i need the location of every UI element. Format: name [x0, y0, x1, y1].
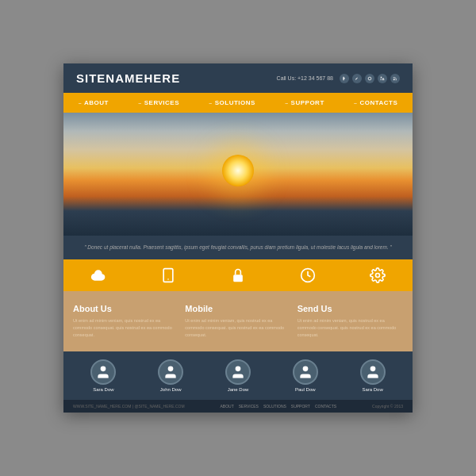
- member-name-2: Jane Dow: [228, 387, 249, 392]
- member-name-3: Paul Dow: [295, 387, 316, 392]
- mobile-block: Mobile Ut enim ad minim veniam, quis nos…: [185, 304, 290, 338]
- svg-point-13: [236, 366, 241, 371]
- footer-urls: WWW.SITE_NAME_HERE.COM | @SITE_NAME_HERE…: [73, 404, 185, 409]
- footer-nav-support[interactable]: SUPPORT: [291, 404, 310, 409]
- footer: WWW.SITE_NAME_HERE.COM | @SITE_NAME_HERE…: [63, 400, 413, 413]
- nav-item-contacts[interactable]: CONTACTS: [354, 99, 397, 106]
- svg-point-12: [168, 366, 174, 371]
- nav-item-solutions[interactable]: SOLUTIONS: [209, 99, 255, 106]
- svg-point-11: [101, 366, 106, 371]
- member-name-4: Sara Dow: [362, 387, 382, 392]
- nav: ABOUT SERVICES SOLUTIONS SUPPORT CONTACT…: [63, 93, 413, 113]
- about-us-title: About Us: [73, 304, 178, 313]
- svg-rect-8: [233, 274, 243, 282]
- footer-nav-solutions[interactable]: SOLUTIONS: [263, 404, 286, 409]
- team-member-0: Sara Dow: [90, 359, 116, 392]
- avatar-3: [293, 359, 318, 385]
- footer-nav: ABOUT SERVICES SOLUTIONS SUPPORT CONTACT…: [221, 404, 337, 409]
- nav-item-about[interactable]: ABOUT: [79, 99, 109, 106]
- svg-rect-1: [344, 78, 345, 79]
- call-us: Call Us: +12 34 567 88: [277, 75, 333, 81]
- social-icons: [340, 74, 400, 83]
- team-member-3: Paul Dow: [293, 359, 318, 392]
- nav-item-services[interactable]: SERVICES: [138, 99, 179, 106]
- footer-nav-services[interactable]: SERVICES: [239, 404, 259, 409]
- svg-rect-4: [381, 79, 382, 80]
- gear-icon: [370, 267, 386, 283]
- avatar-0: [90, 359, 116, 385]
- footer-nav-about[interactable]: ABOUT: [221, 404, 234, 409]
- member-name-1: John Dow: [160, 387, 182, 392]
- quote-text: " Donec ut placerat nulla. Praesent sagi…: [79, 244, 397, 251]
- team-member-4: Sara Dow: [360, 359, 386, 392]
- hero-image: [63, 113, 413, 236]
- linkedin-icon[interactable]: [378, 74, 387, 83]
- hero-sun: [222, 155, 254, 186]
- quote-section: " Donec ut placerat nulla. Praesent sagi…: [63, 236, 413, 259]
- about-us-text: Ut enim ad minim veniam, quis nostrud ex…: [73, 317, 178, 338]
- svg-point-10: [376, 274, 380, 278]
- mobile-text: Ut enim ad minim veniam, quis nostrud ex…: [185, 317, 290, 338]
- header: SITENAMEHERE Call Us: +12 34 567 88: [63, 63, 413, 93]
- cloud-icon: [90, 267, 106, 283]
- svg-point-14: [302, 366, 308, 371]
- nav-item-support[interactable]: SUPPORT: [285, 99, 324, 106]
- twitter-icon[interactable]: [352, 74, 362, 83]
- svg-point-5: [393, 79, 395, 81]
- clock-icon: [300, 267, 316, 283]
- svg-point-15: [370, 366, 375, 371]
- header-right: Call Us: +12 34 567 88: [277, 74, 400, 83]
- send-us-title: Send Us: [298, 304, 403, 313]
- team-section: Sara Dow John Dow Jane Dow Paul Dow Sara…: [63, 351, 413, 400]
- avatar-4: [360, 359, 386, 385]
- svg-rect-3: [381, 77, 382, 79]
- footer-copyright: Copyright © 2013: [372, 404, 403, 409]
- facebook-icon[interactable]: [340, 74, 349, 83]
- footer-nav-contacts[interactable]: CONTACTS: [315, 404, 336, 409]
- send-us-text: Ut enim ad minim veniam, quis nostrud ex…: [298, 317, 403, 338]
- website-mockup: SITENAMEHERE Call Us: +12 34 567 88: [63, 63, 413, 412]
- svg-point-7: [167, 278, 169, 280]
- svg-point-2: [368, 77, 371, 80]
- rss-icon[interactable]: [390, 74, 400, 83]
- tablet-icon: [160, 267, 176, 283]
- team-member-2: Jane Dow: [225, 359, 251, 392]
- member-name-0: Sara Dow: [93, 387, 113, 392]
- about-us-block: About Us Ut enim ad minim veniam, quis n…: [73, 304, 178, 338]
- google-icon[interactable]: [365, 74, 374, 83]
- features-bar: [63, 259, 413, 291]
- mobile-title: Mobile: [185, 304, 290, 313]
- avatar-2: [225, 359, 251, 385]
- content-section: About Us Ut enim ad minim veniam, quis n…: [63, 291, 413, 351]
- team-member-1: John Dow: [158, 359, 183, 392]
- lock-icon: [230, 267, 246, 283]
- site-name: SITENAMEHERE: [76, 71, 180, 85]
- svg-rect-6: [163, 269, 173, 282]
- send-us-block: Send Us Ut enim ad minim veniam, quis no…: [298, 304, 403, 338]
- avatar-1: [158, 359, 183, 385]
